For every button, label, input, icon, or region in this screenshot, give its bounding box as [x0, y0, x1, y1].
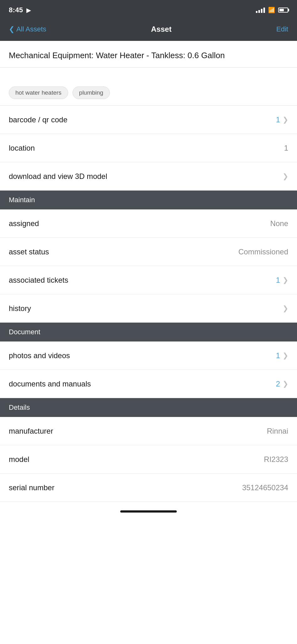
document-rows: photos and videos 1 ❯ documents and manu… [0, 341, 297, 398]
serial-number-value: 35124650234 [242, 483, 288, 492]
tag-plumbing[interactable]: plumbing [73, 86, 110, 99]
tags-area: hot water heaters plumbing [0, 68, 297, 106]
battery-icon [278, 8, 288, 13]
model-value: RI2323 [264, 455, 288, 464]
asset-status-row[interactable]: asset status Commissioned [0, 238, 297, 266]
barcode-value: 1 ❯ [276, 115, 288, 124]
page-title: Asset [151, 25, 171, 34]
maintain-rows: assigned None asset status Commissioned … [0, 209, 297, 323]
signal-icon [256, 7, 265, 13]
barcode-row[interactable]: barcode / qr code 1 ❯ [0, 106, 297, 134]
barcode-label: barcode / qr code [9, 115, 68, 124]
location-value: 1 [284, 144, 288, 153]
assigned-value: None [270, 219, 288, 228]
serial-number-label: serial number [9, 483, 54, 492]
chevron-right-icon: ❯ [283, 172, 288, 180]
manufacturer-row[interactable]: manufacturer Rinnai [0, 417, 297, 445]
back-button[interactable]: ❮ All Assets [9, 25, 46, 33]
associated-tickets-value: 1 ❯ [276, 276, 288, 285]
document-header-text: Document [9, 328, 40, 336]
photos-videos-value: 1 ❯ [276, 351, 288, 360]
wifi-icon: 📶 [268, 7, 275, 14]
assigned-label: assigned [9, 219, 39, 228]
model-row[interactable]: model RI2323 [0, 445, 297, 474]
chevron-left-icon: ❮ [9, 25, 14, 33]
info-rows: barcode / qr code 1 ❯ location 1 downloa… [0, 106, 297, 191]
chevron-right-icon: ❯ [283, 352, 288, 360]
details-rows: manufacturer Rinnai model RI2323 serial … [0, 417, 297, 502]
status-time: 8:45 ▶ [9, 6, 31, 14]
assigned-row[interactable]: assigned None [0, 209, 297, 238]
manufacturer-label: manufacturer [9, 427, 53, 436]
chevron-right-icon: ❯ [283, 116, 288, 124]
associated-tickets-label: associated tickets [9, 276, 68, 285]
edit-button[interactable]: Edit [276, 25, 288, 33]
chevron-right-icon: ❯ [283, 304, 288, 313]
photos-videos-label: photos and videos [9, 351, 70, 360]
nav-bar: ❮ All Assets Asset Edit [0, 19, 297, 41]
maintain-section-header: Maintain [0, 191, 297, 209]
3d-model-label: download and view 3D model [9, 172, 107, 181]
chevron-right-icon: ❯ [283, 276, 288, 284]
model-label: model [9, 455, 29, 464]
asset-status-value: Commissioned [238, 247, 288, 256]
3d-model-row[interactable]: download and view 3D model ❯ [0, 162, 297, 191]
3d-model-chevron: ❯ [283, 172, 288, 180]
history-label: history [9, 304, 31, 313]
serial-number-row[interactable]: serial number 35124650234 [0, 474, 297, 502]
documents-manuals-row[interactable]: documents and manuals 2 ❯ [0, 370, 297, 398]
documents-manuals-label: documents and manuals [9, 380, 91, 388]
details-header-text: Details [9, 403, 30, 412]
location-row[interactable]: location 1 [0, 134, 297, 162]
manufacturer-value: Rinnai [267, 427, 288, 436]
asset-title-area: Mechanical Equipment: Water Heater - Tan… [0, 41, 297, 68]
history-row[interactable]: history ❯ [0, 294, 297, 323]
back-label: All Assets [16, 25, 46, 33]
history-chevron: ❯ [283, 304, 288, 313]
location-icon: ▶ [26, 7, 31, 14]
maintain-header-text: Maintain [9, 196, 35, 204]
photos-videos-row[interactable]: photos and videos 1 ❯ [0, 341, 297, 370]
asset-title: Mechanical Equipment: Water Heater - Tan… [9, 50, 288, 61]
home-indicator-area [0, 502, 297, 521]
tag-hot-water-heaters[interactable]: hot water heaters [9, 86, 68, 99]
associated-tickets-row[interactable]: associated tickets 1 ❯ [0, 266, 297, 294]
documents-manuals-value: 2 ❯ [276, 380, 288, 388]
status-bar: 8:45 ▶ 📶 [0, 0, 297, 19]
chevron-right-icon: ❯ [283, 380, 288, 388]
location-label: location [9, 144, 35, 153]
status-icons: 📶 [256, 7, 288, 14]
details-section-header: Details [0, 398, 297, 417]
asset-status-label: asset status [9, 247, 49, 256]
document-section-header: Document [0, 323, 297, 341]
home-bar [120, 510, 177, 513]
